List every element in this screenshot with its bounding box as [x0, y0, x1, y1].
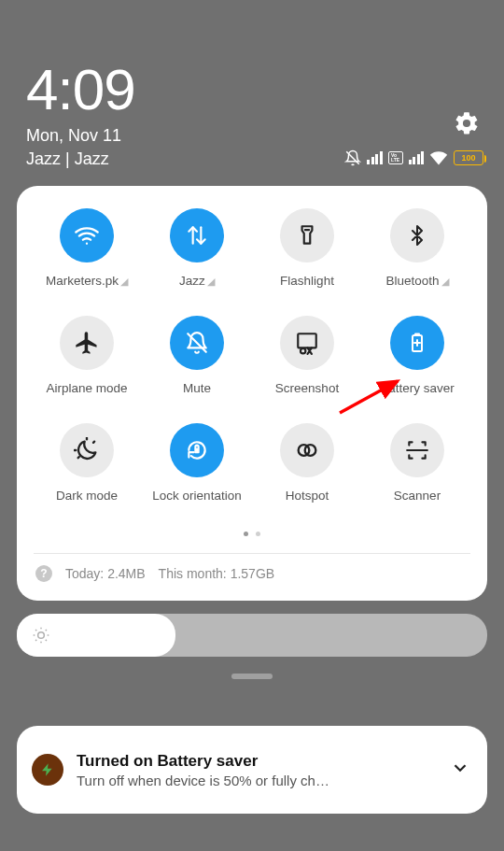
- signal-1-icon: [367, 151, 383, 164]
- hotspot-icon[interactable]: [280, 423, 334, 477]
- qs-tile-label: Marketers.pk◢: [46, 274, 128, 288]
- data-usage-row[interactable]: ? Today: 2.4MB This month: 1.57GB: [32, 565, 472, 584]
- notification-body: Turned on Battery saver Turn off when de…: [77, 752, 437, 788]
- scanner-icon[interactable]: [390, 423, 444, 477]
- svg-point-18: [38, 632, 45, 639]
- svg-rect-4: [298, 333, 316, 347]
- battery-saver-app-icon: [32, 754, 63, 786]
- signal-2-icon: [409, 151, 425, 164]
- svg-line-26: [46, 630, 47, 631]
- svg-line-21: [35, 630, 36, 631]
- qs-tile-label: Dark mode: [56, 489, 118, 503]
- qs-tile-label: Mute: [183, 381, 211, 395]
- svg-line-12: [78, 457, 79, 458]
- dnd-bell-icon: [344, 149, 361, 166]
- qs-tile-hotspot[interactable]: Hotspot: [252, 423, 362, 503]
- submenu-arrow-icon: ◢: [207, 276, 215, 287]
- flashlight-icon[interactable]: [280, 208, 334, 262]
- mute-bell-icon[interactable]: [170, 316, 224, 370]
- svg-line-22: [46, 640, 47, 641]
- submenu-arrow-icon: ◢: [120, 276, 128, 287]
- qs-tile-label: Lock orientation: [152, 489, 241, 503]
- data-swap-icon[interactable]: [170, 208, 224, 262]
- qs-tile-grid: Marketers.pk◢Jazz◢FlashlightBluetooth◢Ai…: [32, 208, 472, 503]
- qs-tile-label: Scanner: [394, 489, 441, 503]
- quick-settings-panel: Marketers.pk◢Jazz◢FlashlightBluetooth◢Ai…: [17, 186, 487, 601]
- qs-tile-label: Jazz◢: [179, 274, 215, 288]
- settings-gear-icon[interactable]: [454, 110, 480, 136]
- bluetooth-icon[interactable]: [390, 208, 444, 262]
- notification-card[interactable]: Turned on Battery saver Turn off when de…: [17, 726, 487, 814]
- qs-tile-mute-bell[interactable]: Mute: [142, 316, 252, 395]
- submenu-arrow-icon: ◢: [441, 276, 449, 287]
- qs-tile-dark-mode[interactable]: Dark mode: [32, 423, 142, 503]
- data-month-label: This month: 1.57GB: [159, 566, 275, 581]
- svg-point-1: [86, 243, 88, 245]
- qs-tile-battery-plus[interactable]: Battery saver: [362, 316, 472, 395]
- qs-tile-label: Hotspot: [286, 489, 329, 503]
- divider: [34, 553, 470, 554]
- qs-tile-data-swap[interactable]: Jazz◢: [142, 208, 252, 288]
- clock-time: 4:09: [26, 56, 478, 122]
- qs-tile-lock-rotation[interactable]: Lock orientation: [142, 423, 252, 503]
- brightness-slider[interactable]: [17, 614, 487, 657]
- data-today-label: Today: 2.4MB: [65, 566, 146, 581]
- date-label: Mon, Nov 11: [26, 126, 478, 146]
- status-bar-icons: VoLTE 100: [344, 149, 483, 166]
- qs-tile-label: Bluetooth◢: [385, 274, 448, 288]
- qs-tile-label: Airplane mode: [46, 381, 127, 395]
- battery-indicator: 100: [454, 150, 483, 165]
- qs-tile-label: Flashlight: [280, 274, 334, 288]
- expand-chevron-icon[interactable]: [450, 758, 470, 782]
- drag-handle[interactable]: [231, 674, 273, 679]
- qs-tile-scanner[interactable]: Scanner: [362, 423, 472, 503]
- volte-badge: VoLTE: [388, 151, 403, 164]
- wifi-status-icon: [429, 150, 448, 165]
- sun-icon: [32, 626, 50, 645]
- screenshot-icon[interactable]: [280, 316, 334, 370]
- battery-plus-icon[interactable]: [390, 316, 444, 370]
- svg-line-11: [93, 442, 94, 443]
- qs-tile-flashlight[interactable]: Flashlight: [252, 208, 362, 288]
- status-header: 4:09 Mon, Nov 11 Jazz | Jazz VoLTE 100: [0, 0, 504, 169]
- brightness-thumb[interactable]: [17, 614, 175, 657]
- notification-text: Turn off when device is 50% or fully ch…: [77, 773, 437, 788]
- svg-point-5: [301, 348, 305, 353]
- lock-rotation-icon[interactable]: [170, 423, 224, 477]
- qs-tile-airplane[interactable]: Airplane mode: [32, 316, 142, 395]
- qs-tile-label: Screenshot: [275, 381, 339, 395]
- notification-title: Turned on Battery saver: [77, 752, 437, 771]
- page-indicator: [32, 523, 472, 540]
- wifi-icon[interactable]: [60, 208, 114, 262]
- airplane-icon[interactable]: [60, 316, 114, 370]
- dark-mode-icon[interactable]: [60, 423, 114, 477]
- qs-tile-label: Battery saver: [380, 381, 455, 395]
- qs-tile-screenshot[interactable]: Screenshot: [252, 316, 362, 395]
- qs-tile-wifi[interactable]: Marketers.pk◢: [32, 208, 142, 288]
- qs-tile-bluetooth[interactable]: Bluetooth◢: [362, 208, 472, 288]
- svg-line-25: [35, 640, 36, 641]
- info-icon: ?: [35, 565, 52, 582]
